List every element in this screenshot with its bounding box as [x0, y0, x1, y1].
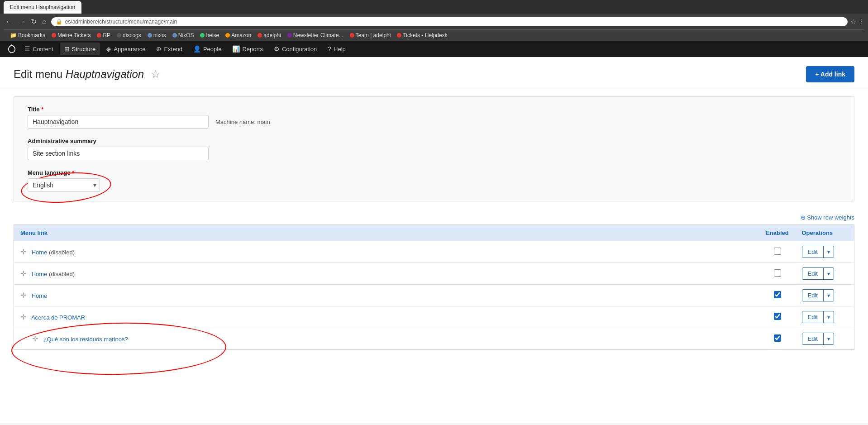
nav-structure[interactable]: ⊞ Structure: [60, 43, 100, 55]
lock-icon: 🔒: [56, 19, 62, 25]
bookmark-nixos-1[interactable]: nixos: [145, 31, 169, 39]
show-row-weights-link[interactable]: ⊕ Show row weights: [14, 210, 854, 224]
reload-button[interactable]: ↻: [29, 16, 38, 27]
form-container: Title * Machine name: main Administrativ…: [14, 96, 854, 201]
menu-link-home-2[interactable]: Home: [32, 271, 48, 277]
table-row: ✛ Home Edit ▾: [14, 285, 854, 306]
table-body: ✛ Home (disabled) Edit ▾: [14, 241, 854, 350]
enabled-checkbox-5[interactable]: [774, 334, 781, 342]
operations-cell-4: Edit ▾: [796, 306, 854, 328]
bookmark-discogs[interactable]: discogs: [114, 31, 144, 39]
enabled-checkbox-4[interactable]: [774, 313, 781, 320]
bookmark-nixos-2[interactable]: NixOS: [170, 31, 197, 39]
people-icon: 👤: [193, 45, 201, 53]
menu-link-home-1[interactable]: Home: [32, 249, 48, 256]
address-bar[interactable]: 🔒 es/adminbereich/structure/menu/manage/…: [51, 17, 848, 26]
reports-icon: 📊: [232, 45, 240, 53]
bookmark-tickets-helpdesk[interactable]: Tickets - Helpdesk: [394, 31, 450, 39]
col-menu-link: Menu link: [14, 225, 759, 241]
enabled-checkbox-1[interactable]: [774, 248, 781, 255]
edit-button-5[interactable]: Edit: [802, 333, 824, 344]
drag-handle-icon[interactable]: ✛: [20, 248, 26, 256]
back-button[interactable]: ←: [4, 17, 14, 27]
edit-button-4[interactable]: Edit: [802, 311, 824, 323]
rp-favicon: [97, 33, 101, 38]
menu-link-cell-3: ✛ Home: [14, 285, 759, 306]
menu-button[interactable]: ⋮: [858, 18, 864, 25]
nav-reports[interactable]: 📊 Reports: [228, 43, 267, 55]
edit-button-3[interactable]: Edit: [802, 290, 824, 301]
operations-cell-1: Edit ▾: [796, 241, 854, 263]
menu-link-home-3[interactable]: Home: [32, 292, 48, 299]
nav-appearance[interactable]: ◈ Appearance: [102, 43, 150, 55]
language-required: *: [72, 169, 74, 176]
page-content: Edit menu Hauptnavigation ☆ + Add link T…: [0, 57, 868, 423]
edit-button-2[interactable]: Edit: [802, 268, 824, 279]
nav-people[interactable]: 👤 People: [189, 43, 226, 55]
enabled-cell-1: [759, 241, 796, 263]
newsletter-favicon: [287, 33, 292, 38]
enabled-checkbox-3[interactable]: [774, 291, 781, 298]
bookmark-newsletter[interactable]: Newsletter Climate...: [285, 31, 346, 39]
edit-dropdown-2[interactable]: ▾: [824, 268, 834, 279]
table-header: Menu link Enabled Operations: [14, 225, 854, 241]
edit-dropdown-1[interactable]: ▾: [824, 247, 834, 258]
bookmark-rp[interactable]: RP: [94, 31, 113, 39]
menu-link-residuos[interactable]: ¿Qué son los residuos marinos?: [43, 336, 128, 343]
star-icon[interactable]: ☆: [151, 68, 161, 80]
title-field: Title * Machine name: main: [28, 106, 840, 129]
add-link-button[interactable]: + Add link: [806, 66, 854, 82]
disabled-label-2: (disabled): [49, 271, 75, 277]
page-header: Edit menu Hauptnavigation ☆ + Add link: [0, 57, 868, 87]
nav-content[interactable]: ☰ Content: [20, 43, 58, 55]
browser-nav-buttons: ← → ↻ ⌂: [4, 16, 48, 27]
summary-input[interactable]: [28, 147, 209, 160]
language-select[interactable]: English German Spanish French: [28, 178, 100, 192]
title-input[interactable]: [28, 115, 209, 129]
table-row: ✛ Acerca de PROMAR Edit ▾: [14, 306, 854, 328]
edit-dropdown-5[interactable]: ▾: [824, 334, 834, 344]
edit-dropdown-3[interactable]: ▾: [824, 290, 834, 301]
amazon-favicon: [225, 33, 230, 38]
nixos1-favicon: [148, 33, 152, 38]
edit-button-1[interactable]: Edit: [802, 246, 824, 258]
forward-button[interactable]: →: [16, 17, 27, 27]
enabled-checkbox-2[interactable]: [774, 269, 781, 277]
bookmark-meine-tickets[interactable]: Meine Tickets: [49, 31, 93, 39]
star-button[interactable]: ☆: [850, 18, 856, 25]
edit-dropdown-4[interactable]: ▾: [824, 312, 834, 323]
menu-link-acerca[interactable]: Acerca de PROMAR: [31, 314, 85, 321]
drag-handle-icon-5[interactable]: ✛: [32, 335, 38, 343]
bookmark-amazon[interactable]: Amazon: [223, 31, 254, 39]
table-row: ✛ ¿Qué son los residuos marinos? Edit ▾: [14, 328, 854, 350]
operations-cell-5: Edit ▾: [796, 328, 854, 350]
home-button[interactable]: ⌂: [40, 17, 48, 27]
page-title: Edit menu Hauptnavigation ☆: [14, 68, 161, 81]
edit-button-group-4: Edit ▾: [802, 311, 834, 323]
language-field: Menu language * English German Spanish F…: [28, 169, 840, 192]
machine-name: Machine name: main: [215, 119, 270, 125]
heise-favicon: [200, 33, 205, 38]
extend-icon: ⊕: [156, 45, 162, 53]
drag-handle-icon-4[interactable]: ✛: [20, 313, 26, 321]
appearance-icon: ◈: [106, 45, 111, 53]
nav-configuration[interactable]: ⚙ Configuration: [269, 43, 321, 55]
nav-help[interactable]: ? Help: [323, 43, 350, 55]
title-prefix: Edit menu: [14, 68, 62, 80]
bookmark-adelphi[interactable]: adelphi: [255, 31, 284, 39]
operations-cell-3: Edit ▾: [796, 285, 854, 306]
nav-extend[interactable]: ⊕ Extend: [152, 43, 186, 55]
drag-handle-icon-2[interactable]: ✛: [20, 270, 26, 277]
ticket-favicon: [52, 33, 56, 38]
bookmark-bookmarks[interactable]: 📁 Bookmarks: [7, 31, 48, 39]
helpdesk-favicon: [397, 33, 401, 38]
browser-tabs: Edit menu Hauptnavigation: [0, 0, 868, 14]
help-icon: ?: [328, 45, 331, 53]
edit-button-group-2: Edit ▾: [802, 267, 834, 280]
structure-icon: ⊞: [64, 45, 70, 53]
bookmark-heise[interactable]: heise: [197, 31, 222, 39]
menu-link-cell-4: ✛ Acerca de PROMAR: [14, 306, 759, 328]
active-tab[interactable]: Edit menu Hauptnavigation: [4, 1, 81, 14]
bookmark-team-adelphi[interactable]: Team | adelphi: [347, 31, 394, 39]
drag-handle-icon-3[interactable]: ✛: [20, 291, 26, 299]
